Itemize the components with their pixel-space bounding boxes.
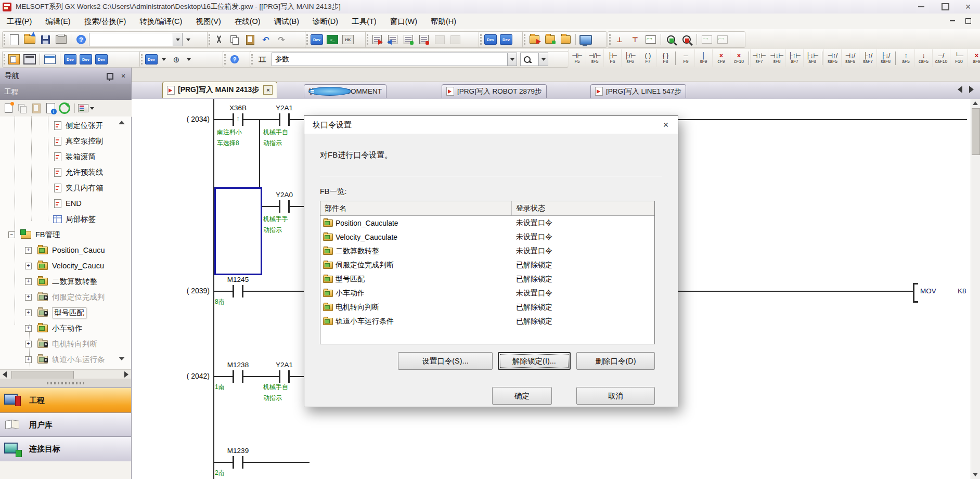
cancel-button[interactable]: 取消 <box>576 387 655 405</box>
expand-expander[interactable] <box>25 325 32 332</box>
ok-button[interactable]: 确定 <box>492 387 552 405</box>
ladder-symbol-F6[interactable]: ├⊢F6 <box>603 49 621 67</box>
device-memory-icon[interactable] <box>483 32 498 47</box>
fb-list-row[interactable]: Position_Cauculate 未设置口令 <box>320 216 654 230</box>
intelligent-module-icon[interactable] <box>341 32 355 47</box>
fb-list-row[interactable]: 伺服定位完成判断 已解除锁定 <box>320 258 654 272</box>
ladder-symbol-cF10[interactable]: ×cF10 <box>730 49 747 67</box>
tab-scroll-left-icon[interactable] <box>958 86 962 93</box>
scrollbar-thumb[interactable] <box>972 108 980 155</box>
column-component-name[interactable]: 部件名 <box>320 201 512 215</box>
ladder-symbol-F7[interactable]: ( )F7 <box>639 49 656 67</box>
tree-item-fb-locked[interactable]: 轨道小车运行条 <box>0 352 131 367</box>
save-project-icon[interactable] <box>38 32 53 47</box>
symbol-search-combo[interactable] <box>520 53 548 66</box>
tree-item-program[interactable]: 侧定位张开 <box>0 118 131 133</box>
pin-icon[interactable] <box>107 73 113 80</box>
menu-compile[interactable]: 转换/编译(C) <box>133 14 189 29</box>
read-from-plc-icon[interactable] <box>385 32 400 47</box>
tab-main-program[interactable]: [PRG]写入 MAIN 2413步 <box>162 82 277 98</box>
contact-m1238[interactable]: M1238 <box>233 370 243 383</box>
mdi-window-icon[interactable] <box>22 52 37 67</box>
ladder-symbol-sF8[interactable]: ⊣↓⊢sF8 <box>768 49 785 67</box>
scroll-left-icon[interactable] <box>3 371 7 378</box>
watch-window-icon[interactable] <box>700 32 714 47</box>
menu-edit[interactable]: 编辑(E) <box>38 14 77 29</box>
nav-copy-icon[interactable] <box>16 102 29 114</box>
nav-close-icon[interactable] <box>119 71 128 81</box>
redo-icon[interactable]: ↷ <box>274 32 289 47</box>
device-display-icon[interactable] <box>144 52 159 67</box>
tree-item-local-label[interactable]: 局部标签 <box>0 211 131 227</box>
expand-expander[interactable] <box>25 247 32 254</box>
stop-monitor-icon[interactable]: ⊤ <box>628 32 642 47</box>
menu-online[interactable]: 在线(O) <box>228 14 267 29</box>
ladder-symbol-F5[interactable]: ⊣⊢F5 <box>568 49 586 67</box>
ladder-symbol-caF10[interactable]: ─/caF10 <box>932 49 950 67</box>
menu-view[interactable]: 视图(V) <box>189 14 227 29</box>
dialog-close-icon[interactable] <box>659 119 673 131</box>
tab-robot-program[interactable]: [PRG]写入 ROBOT 2879步 <box>442 84 547 98</box>
ladder-symbol-cF9[interactable]: ×cF9 <box>712 49 730 67</box>
device-test-dropdown[interactable] <box>185 52 193 67</box>
scroll-down-icon[interactable] <box>973 473 978 476</box>
ladder-symbol-F10[interactable]: └─F10 <box>950 49 968 67</box>
edit-cursor-selection[interactable] <box>214 187 262 275</box>
tree-item-fb-locked[interactable]: 型号匹配 <box>0 305 131 320</box>
tree-horizontal-scrollbar[interactable] <box>0 369 131 379</box>
transfer-verify-icon[interactable] <box>558 32 573 47</box>
tree-item-program[interactable]: 装箱滚筒 <box>0 149 131 164</box>
data-info-icon[interactable] <box>44 102 57 114</box>
tree-item-fb-locked[interactable]: 电机转向判断 <box>0 336 131 352</box>
dialog-title-bar[interactable]: 块口令设置 <box>304 116 678 134</box>
project-data-combo-dropdown[interactable] <box>173 33 182 46</box>
data-list-dropdown[interactable] <box>183 32 194 47</box>
new-data-icon[interactable] <box>2 102 15 114</box>
tree-item-fb[interactable]: Position_Caucu <box>0 242 131 258</box>
tree-scroll-up-icon[interactable] <box>119 121 125 124</box>
open-project-icon[interactable] <box>22 32 37 47</box>
refresh-icon[interactable] <box>58 102 71 114</box>
transfer-read-icon[interactable] <box>543 32 557 47</box>
ladder-symbol-sF9[interactable]: │sF9 <box>694 49 712 67</box>
parameter-combo-dropdown[interactable] <box>507 53 517 66</box>
watch-window2-icon[interactable] <box>715 32 730 47</box>
fb-list-row[interactable]: Velocity_Cauculate 未设置口令 <box>320 230 654 244</box>
ladder-symbol-aF8[interactable]: ├↓⊢aF8 <box>803 49 821 67</box>
tab-comment[interactable]: 软元件注释 COMMENT <box>304 84 386 98</box>
expand-expander[interactable] <box>25 356 32 363</box>
tab-scroll-right-icon[interactable] <box>969 86 974 93</box>
expand-expander[interactable] <box>25 309 32 316</box>
tree-item-fb[interactable]: 小车动作 <box>0 320 131 336</box>
instruction-mov[interactable]: MOV <box>920 287 936 295</box>
ladder-symbol-F8[interactable]: { }F8 <box>656 49 674 67</box>
find-icon[interactable] <box>254 52 269 67</box>
parameter-combo[interactable]: 参数 <box>272 53 517 66</box>
expand-expander[interactable] <box>25 341 32 347</box>
remote-operation-icon[interactable] <box>432 32 447 47</box>
expand-expander[interactable] <box>25 263 32 269</box>
close-button[interactable] <box>957 0 979 13</box>
menu-project[interactable]: 工程(P) <box>0 14 38 29</box>
cut-icon[interactable] <box>212 32 226 47</box>
symbol-search-dropdown[interactable] <box>538 53 548 66</box>
unlock-button[interactable]: 解除锁定(I)... <box>498 352 571 370</box>
ladder-symbol-caF5[interactable]: ↓caF5 <box>914 49 932 67</box>
contact-y2a0[interactable]: Y2A0 <box>279 200 290 213</box>
fb-list-row[interactable]: 小车动作 未设置口令 <box>320 286 654 300</box>
plc-diagnostics-icon[interactable] <box>448 32 462 47</box>
tree-scroll-down-icon[interactable] <box>119 357 125 360</box>
contact-m1239[interactable]: M1239 <box>233 456 243 469</box>
tab-close-icon[interactable] <box>263 85 273 95</box>
tree-item-program[interactable]: 夹具内有箱 <box>0 180 131 196</box>
ladder-symbol-sF7[interactable]: ⊣↑⊢sF7 <box>750 49 768 67</box>
ladder-symbol-aF7[interactable]: ├↑⊢aF7 <box>785 49 803 67</box>
help-icon[interactable] <box>74 32 88 47</box>
panel-button-project[interactable]: 工程 <box>0 387 131 413</box>
tree-item-fb[interactable]: Velocity_Caucu <box>0 258 131 274</box>
tab-line1-program[interactable]: [PRG]写入 LINE1 547步 <box>590 84 686 98</box>
verify-plc-ok-icon[interactable] <box>401 32 416 47</box>
tree-item-fb-locked[interactable]: 伺服定位完成判 <box>0 289 131 305</box>
ladder-symbol-sF6[interactable]: ├/⊢sF6 <box>621 49 639 67</box>
verify-plc-diff-icon[interactable] <box>417 32 431 47</box>
